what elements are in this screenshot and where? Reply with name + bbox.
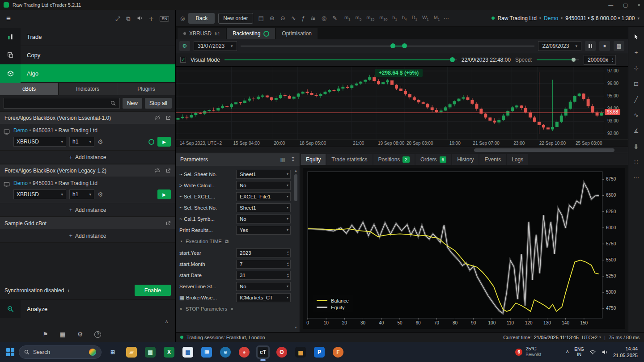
chart-layout-icon[interactable]: ▤: [258, 15, 264, 21]
indicators-icon[interactable]: ƒ: [302, 15, 305, 21]
fibonacci-tool[interactable]: ⋕: [631, 142, 642, 151]
candlestick-chart[interactable]: [176, 67, 604, 139]
param-select[interactable]: No▾: [236, 282, 291, 291]
taskbar-icon-excel[interactable]: X: [162, 345, 176, 359]
cloud-off-icon[interactable]: [154, 115, 160, 121]
param-section-header[interactable]: ◔Execution TIME⧉: [179, 236, 291, 247]
scroll-down-icon[interactable]: ▾: [295, 325, 297, 329]
crosshair-tool[interactable]: +: [631, 48, 642, 57]
taskbar-icon-calendar[interactable]: ▦: [181, 345, 195, 359]
new-order-button[interactable]: New order: [218, 13, 253, 24]
taskbar-icon-stocks[interactable]: ▅: [294, 345, 307, 359]
taskbar-icon-browser[interactable]: ●: [237, 345, 251, 359]
speed-slider[interactable]: [537, 55, 579, 65]
sidebar-tab-plugins[interactable]: Plugins: [117, 83, 175, 95]
params-scrollbar[interactable]: ▴▾: [293, 168, 298, 329]
cloud-off-icon[interactable]: [154, 168, 160, 173]
add-instance-button[interactable]: +Add instance: [0, 151, 175, 164]
taskbar-icon-opera[interactable]: O: [275, 345, 288, 359]
tick-volume-icon[interactable]: ∿: [291, 15, 296, 21]
start-date-picker[interactable]: 31/07/2023▾: [194, 41, 237, 51]
tab-positions[interactable]: Positions2: [373, 154, 415, 165]
param-select[interactable]: Yes▾: [236, 226, 291, 235]
timeframe-D1[interactable]: D1: [412, 15, 417, 21]
start-cbot-button[interactable]: ▶: [157, 189, 171, 199]
language-switcher[interactable]: ENGIN: [574, 347, 584, 358]
timeframe-h4[interactable]: h4: [402, 15, 407, 21]
pattern-tool[interactable]: ∷: [631, 157, 642, 166]
report-button[interactable]: ▤: [614, 41, 624, 51]
zoom-out-icon[interactable]: ⊖: [280, 15, 285, 21]
timeframe-select[interactable]: h1▾: [69, 189, 94, 199]
instance-settings-icon[interactable]: ⚙: [97, 191, 103, 198]
taskbar-icon-file-explorer[interactable]: ▰: [125, 345, 138, 359]
scrollbar-thumb[interactable]: [474, 148, 614, 152]
enable-sync-button[interactable]: Enable: [135, 285, 171, 296]
maximize-button[interactable]: ▢: [623, 2, 627, 8]
compare-params-icon[interactable]: ▥: [280, 156, 285, 163]
share-icon[interactable]: [165, 168, 171, 173]
timeframe-m30[interactable]: m30: [379, 15, 387, 21]
timeframe-M1[interactable]: M1: [434, 15, 440, 21]
tray-expand-icon[interactable]: ˄: [566, 349, 569, 355]
taskbar-search[interactable]: Search: [19, 345, 102, 359]
widgets-icon[interactable]: ✛: [149, 16, 154, 22]
pause-button[interactable]: [585, 41, 596, 51]
cbot-search-input[interactable]: [4, 98, 120, 109]
save-params-icon[interactable]: ↧: [291, 156, 295, 163]
timeframe-m15[interactable]: m15: [366, 15, 374, 21]
progress-handle-end[interactable]: [402, 43, 407, 48]
param-select[interactable]: Sheet1▾: [236, 203, 291, 212]
timeframe-h1[interactable]: h1: [392, 15, 397, 21]
more-tools[interactable]: ⋯: [631, 173, 642, 182]
taskbar-icon-mail[interactable]: ✉: [200, 345, 213, 359]
objects-icon[interactable]: ≋: [311, 15, 316, 21]
speed-multiplier-stepper[interactable]: 200000x ▴▾: [584, 55, 616, 65]
wifi-icon[interactable]: [589, 349, 596, 355]
param-select[interactable]: Sheet1▾: [236, 170, 291, 179]
symbol-select[interactable]: XBRUSD▾: [13, 137, 66, 147]
alerts-icon[interactable]: ⚑: [42, 331, 48, 338]
param-select[interactable]: No▾: [236, 181, 291, 190]
param-select[interactable]: No▾: [236, 215, 291, 223]
end-date-picker[interactable]: 22/09/2023▾: [538, 41, 581, 51]
back-button[interactable]: Back: [188, 13, 215, 24]
stop-button[interactable]: ■: [599, 41, 610, 51]
start-cbot-button[interactable]: ▶: [157, 137, 171, 147]
tab-logs[interactable]: Logs: [507, 154, 528, 165]
param-stepper[interactable]: 7▴▾: [236, 260, 291, 269]
visual-mode-checkbox[interactable]: ✓: [180, 57, 186, 63]
playback-position-slider[interactable]: [225, 55, 457, 65]
start-button[interactable]: [6, 348, 14, 356]
minimize-button[interactable]: —: [608, 2, 613, 8]
symbol-select[interactable]: XBRUSD▾: [13, 189, 66, 199]
taskbar-clock[interactable]: 14:44 21.05.2025: [613, 345, 638, 358]
param-section-header[interactable]: ×STOP Parameters×: [179, 303, 291, 315]
tab-optimisation[interactable]: Optimisation: [276, 28, 318, 39]
account-info[interactable]: Raw Trading Ltd • Demo • 9450031 • $ 6 0…: [491, 15, 640, 21]
price-axis[interactable]: 97.0096.0095.0094.0093.0092.0093.68: [604, 67, 628, 139]
sidebar-item-analyze[interactable]: Analyze: [0, 299, 175, 318]
add-instance-button[interactable]: +Add instance: [0, 203, 175, 217]
timezone-select[interactable]: UTC+2▾: [582, 335, 601, 340]
taskbar-icon-edge[interactable]: e: [219, 345, 232, 359]
sidebar-tab-indicators[interactable]: Indicators: [59, 83, 117, 95]
weather-widget[interactable]: 6 25°C Bewölkt: [515, 346, 541, 358]
timeframe-m5[interactable]: m5: [356, 15, 362, 21]
share-icon[interactable]: [165, 221, 171, 226]
chart-x-axis[interactable]: 14 Sep 2023, UTC+215 Sep 04:0020:0018 Se…: [176, 139, 628, 147]
progress-handle-start[interactable]: [390, 43, 395, 48]
edit-chart-icon[interactable]: ✎: [332, 15, 337, 21]
share-icon[interactable]: [165, 115, 171, 121]
backtest-progress-slider[interactable]: [241, 41, 535, 51]
economic-calendar-icon[interactable]: ▦: [60, 331, 66, 338]
backtest-settings-button[interactable]: ⚙: [179, 41, 190, 51]
collapse-sidebar-icon[interactable]: ˄: [165, 319, 168, 325]
speaker-icon[interactable]: [137, 15, 143, 22]
menu-icon[interactable]: ≡: [6, 14, 11, 23]
instance-settings-icon[interactable]: ⚙: [97, 138, 103, 145]
fit-window-icon[interactable]: ⤢: [115, 15, 120, 22]
settings-icon[interactable]: ⚙: [77, 331, 83, 338]
param-stepper[interactable]: 31▴▾: [236, 271, 291, 280]
stop-all-button[interactable]: Stop all: [145, 98, 172, 109]
